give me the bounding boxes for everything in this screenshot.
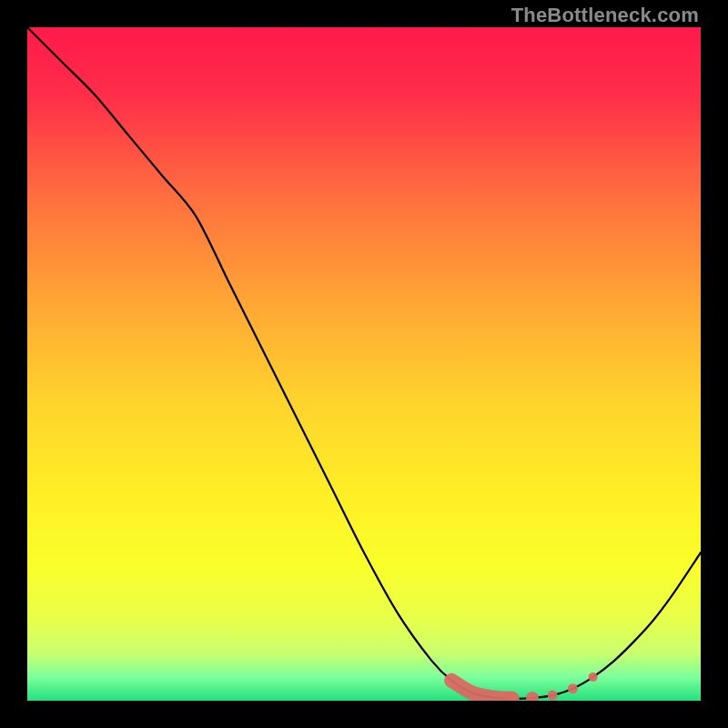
watermark-text: TheBottleneck.com [511,4,699,27]
chart-container: TheBottleneck.com [0,0,728,728]
svg-point-3 [568,683,578,693]
plot-area [27,27,701,701]
chart-svg [27,27,701,701]
svg-point-2 [548,691,558,701]
svg-point-4 [589,672,598,682]
gradient-background [27,27,701,701]
